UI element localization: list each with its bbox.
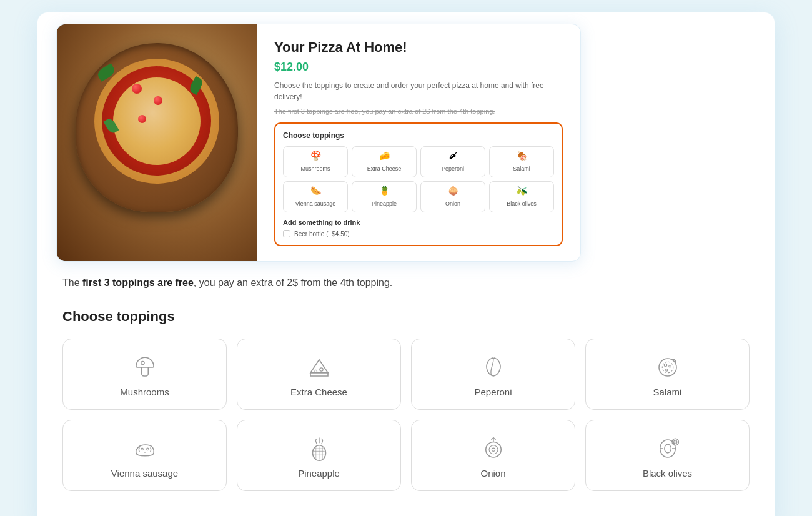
tomato-3	[138, 115, 146, 123]
svg-point-9	[146, 448, 149, 450]
svg-point-15	[664, 444, 671, 453]
svg-point-6	[668, 365, 671, 367]
extra-cheese-label: Extra Cheese	[290, 387, 347, 397]
mini-topping-olives[interactable]: 🫒 Black olives	[489, 181, 554, 212]
mini-beer-checkbox[interactable]	[283, 230, 290, 237]
topping-card-black-olives[interactable]: Black olives	[585, 420, 750, 491]
toppings-grid: Mushrooms Extra Cheese Peperoni	[62, 339, 750, 491]
salami-icon	[655, 354, 681, 380]
pineapple-icon	[306, 435, 332, 462]
salami-label: Salami	[653, 387, 682, 397]
svg-point-12	[489, 445, 498, 454]
pizza-image	[57, 24, 257, 261]
mini-beer-label: Beer bottle (+$4.50)	[294, 231, 350, 237]
mini-vienna-label: Vienna sausage	[295, 201, 335, 207]
topping-card-salami[interactable]: Salami	[585, 339, 750, 410]
mini-olives-icon: 🫒	[492, 186, 551, 196]
mini-cheese-label: Extra Cheese	[367, 166, 402, 172]
tomato-1	[132, 84, 142, 94]
pineapple-label: Pineapple	[298, 468, 340, 479]
mini-salami-icon: 🍖	[492, 151, 551, 161]
mini-beer-row: Beer bottle (+$4.50)	[283, 230, 554, 237]
mini-peperoni-label: Peperoni	[442, 166, 464, 172]
svg-point-1	[319, 367, 322, 370]
mini-topping-vienna[interactable]: 🌭 Vienna sausage	[283, 181, 348, 212]
topping-card-pineapple[interactable]: Pineapple	[237, 420, 401, 491]
cheese-icon	[306, 354, 332, 380]
svg-point-0	[141, 361, 144, 364]
free-toppings-suffix: , you pay an extra of 2$ from the 4th to…	[194, 277, 392, 288]
mini-drink-title: Add something to drink	[283, 219, 554, 226]
pizza-visual	[57, 24, 257, 261]
vienna-sausage-label: Vienna sausage	[111, 468, 178, 479]
mini-pineapple-icon: 🍍	[355, 186, 413, 196]
topping-card-extra-cheese[interactable]: Extra Cheese	[237, 339, 401, 410]
svg-point-5	[664, 364, 666, 366]
peperoni-icon	[480, 354, 507, 380]
mini-salami-label: Salami	[513, 166, 530, 172]
mini-olives-label: Black olives	[507, 201, 537, 207]
mushroom-label: Mushrooms	[120, 387, 169, 397]
mini-toppings-title: Choose toppings	[283, 131, 554, 140]
onion-icon	[480, 435, 507, 462]
mini-pineapple-label: Pineapple	[372, 201, 397, 207]
mini-price: $12.00	[274, 61, 563, 74]
svg-point-11	[485, 442, 501, 457]
mini-mushroom-label: Mushrooms	[300, 166, 330, 172]
free-toppings-prefix: The	[62, 277, 82, 288]
vienna-sausage-icon	[132, 435, 158, 462]
main-card: Your Pizza At Home! $12.00 Choose the to…	[37, 12, 775, 516]
svg-point-2	[315, 370, 317, 372]
mini-description: Choose the toppings to create and order …	[274, 80, 563, 102]
svg-point-13	[492, 448, 495, 451]
svg-point-8	[141, 448, 143, 450]
svg-point-4	[662, 362, 673, 373]
black-olives-icon	[655, 435, 681, 462]
mini-peperoni-icon: 🌶	[423, 151, 482, 161]
black-olives-label: Black olives	[643, 468, 692, 479]
tomato-2	[154, 96, 162, 105]
mini-topping-salami[interactable]: 🍖 Salami	[489, 146, 554, 177]
mini-mushroom-icon: 🍄	[286, 151, 345, 161]
topping-card-mushrooms[interactable]: Mushrooms	[62, 339, 227, 410]
mini-free-text: The first 3 toppings are free, you pay a…	[274, 107, 563, 115]
mini-topping-extra-cheese[interactable]: 🧀 Extra Cheese	[352, 146, 417, 177]
mini-card-content: Your Pizza At Home! $12.00 Choose the to…	[257, 24, 580, 261]
mini-onion-label: Onion	[445, 201, 460, 207]
mini-onion-icon: 🧅	[423, 186, 482, 196]
mini-vienna-icon: 🌭	[286, 186, 345, 196]
mini-topping-mushrooms[interactable]: 🍄 Mushrooms	[283, 146, 348, 177]
mini-toppings-box: Choose toppings 🍄 Mushrooms 🧀 Extra Chee…	[274, 122, 563, 246]
svg-point-7	[665, 369, 668, 371]
choose-toppings-heading: Choose toppings	[62, 309, 750, 325]
free-toppings-paragraph: The first 3 toppings are free, you pay a…	[62, 275, 750, 291]
mini-toppings-grid: 🍄 Mushrooms 🧀 Extra Cheese 🌶 Peperoni 🍖 …	[283, 146, 554, 212]
mini-topping-onion[interactable]: 🧅 Onion	[420, 181, 485, 212]
peperoni-label: Peperoni	[474, 387, 512, 397]
svg-point-3	[659, 359, 676, 376]
mini-cheese-icon: 🧀	[355, 151, 413, 161]
topping-card-onion[interactable]: Onion	[411, 420, 575, 491]
topping-card-vienna-sausage[interactable]: Vienna sausage	[62, 420, 227, 491]
free-toppings-bold: first 3 toppings are free	[82, 277, 194, 288]
mini-topping-pineapple[interactable]: 🍍 Pineapple	[352, 181, 417, 212]
onion-label: Onion	[480, 468, 505, 479]
mini-topping-peperoni[interactable]: 🌶 Peperoni	[420, 146, 485, 177]
topping-card-peperoni[interactable]: Peperoni	[411, 339, 575, 410]
mini-title: Your Pizza At Home!	[274, 39, 563, 56]
mushroom-icon	[132, 354, 158, 380]
mini-card-overlay: Your Pizza At Home! $12.00 Choose the to…	[56, 24, 581, 262]
pizza-cheese	[113, 77, 201, 165]
